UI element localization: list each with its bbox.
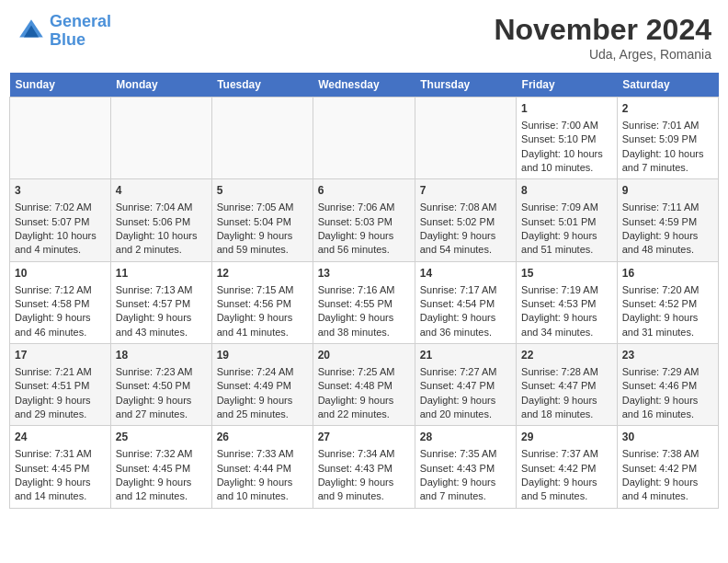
day-info: Daylight: 9 hours and 7 minutes. bbox=[420, 476, 511, 504]
logo: General Blue bbox=[17, 13, 111, 50]
calendar-cell bbox=[211, 98, 313, 179]
day-info: Sunrise: 7:38 AM bbox=[622, 447, 713, 461]
day-info: Sunset: 4:47 PM bbox=[420, 379, 511, 393]
day-info: Sunset: 4:51 PM bbox=[15, 379, 106, 393]
day-info: Sunset: 4:53 PM bbox=[521, 297, 612, 311]
day-info: Daylight: 9 hours and 5 minutes. bbox=[521, 476, 612, 504]
weekday-header: Sunday bbox=[10, 73, 111, 98]
calendar-cell: 4Sunrise: 7:04 AMSunset: 5:06 PMDaylight… bbox=[110, 179, 211, 261]
calendar-cell: 25Sunrise: 7:32 AMSunset: 4:45 PMDayligh… bbox=[110, 426, 211, 508]
calendar-cell: 6Sunrise: 7:06 AMSunset: 5:03 PMDaylight… bbox=[313, 179, 415, 261]
calendar-cell: 5Sunrise: 7:05 AMSunset: 5:04 PMDaylight… bbox=[211, 179, 313, 261]
day-info: Sunset: 4:47 PM bbox=[521, 379, 612, 393]
calendar-cell: 14Sunrise: 7:17 AMSunset: 4:54 PMDayligh… bbox=[415, 261, 516, 343]
day-info: Sunset: 4:54 PM bbox=[420, 297, 511, 311]
day-info: Sunrise: 7:33 AM bbox=[217, 447, 308, 461]
day-info: Sunset: 5:03 PM bbox=[318, 215, 410, 229]
day-info: Sunset: 4:48 PM bbox=[318, 379, 410, 393]
calendar-cell: 8Sunrise: 7:09 AMSunset: 5:01 PMDaylight… bbox=[517, 179, 618, 261]
day-info: Daylight: 9 hours and 29 minutes. bbox=[15, 394, 106, 422]
day-info: Daylight: 9 hours and 31 minutes. bbox=[622, 311, 713, 339]
day-info: Daylight: 9 hours and 4 minutes. bbox=[622, 476, 713, 504]
calendar-body: 1Sunrise: 7:00 AMSunset: 5:10 PMDaylight… bbox=[10, 98, 719, 509]
day-info: Sunrise: 7:27 AM bbox=[420, 365, 511, 379]
day-number: 23 bbox=[622, 348, 713, 363]
day-info: Daylight: 9 hours and 34 minutes. bbox=[521, 311, 612, 339]
calendar-cell: 2Sunrise: 7:01 AMSunset: 5:09 PMDaylight… bbox=[617, 98, 718, 179]
day-info: Sunrise: 7:16 AM bbox=[318, 283, 410, 297]
calendar-cell: 12Sunrise: 7:15 AMSunset: 4:56 PMDayligh… bbox=[211, 261, 313, 343]
day-info: Daylight: 9 hours and 20 minutes. bbox=[420, 394, 511, 422]
day-number: 22 bbox=[521, 348, 612, 363]
weekday-header: Friday bbox=[517, 73, 618, 98]
weekday-header: Thursday bbox=[415, 73, 516, 98]
day-number: 8 bbox=[521, 183, 612, 199]
day-number: 21 bbox=[420, 348, 511, 363]
day-info: Sunrise: 7:04 AM bbox=[116, 201, 207, 214]
calendar-cell: 30Sunrise: 7:38 AMSunset: 4:42 PMDayligh… bbox=[617, 426, 718, 508]
day-info: Sunset: 4:52 PM bbox=[622, 297, 713, 311]
month-title: November 2024 bbox=[494, 13, 711, 47]
day-info: Sunset: 5:01 PM bbox=[521, 215, 612, 229]
day-info: Sunrise: 7:34 AM bbox=[318, 447, 410, 461]
day-info: Sunrise: 7:02 AM bbox=[15, 201, 106, 214]
day-number: 24 bbox=[15, 430, 106, 445]
day-info: Sunrise: 7:20 AM bbox=[622, 283, 713, 297]
calendar-cell: 24Sunrise: 7:31 AMSunset: 4:45 PMDayligh… bbox=[10, 426, 111, 508]
day-info: Sunset: 5:04 PM bbox=[217, 215, 308, 229]
day-number: 29 bbox=[521, 430, 612, 445]
calendar-cell: 3Sunrise: 7:02 AMSunset: 5:07 PMDaylight… bbox=[10, 179, 111, 261]
day-info: Daylight: 9 hours and 38 minutes. bbox=[318, 311, 410, 339]
calendar-cell: 28Sunrise: 7:35 AMSunset: 4:43 PMDayligh… bbox=[415, 426, 516, 508]
day-info: Sunset: 4:42 PM bbox=[521, 462, 612, 476]
day-info: Sunset: 4:59 PM bbox=[622, 215, 713, 229]
day-number: 11 bbox=[116, 266, 207, 282]
day-info: Sunset: 5:10 PM bbox=[521, 132, 612, 146]
day-info: Sunrise: 7:35 AM bbox=[420, 447, 511, 461]
day-info: Sunset: 4:50 PM bbox=[116, 379, 207, 393]
day-info: Sunrise: 7:23 AM bbox=[116, 365, 207, 379]
day-info: Sunrise: 7:28 AM bbox=[521, 365, 612, 379]
day-info: Sunset: 4:46 PM bbox=[622, 379, 713, 393]
calendar-cell: 16Sunrise: 7:20 AMSunset: 4:52 PMDayligh… bbox=[617, 261, 718, 343]
day-info: Sunset: 5:02 PM bbox=[420, 215, 511, 229]
calendar-cell: 1Sunrise: 7:00 AMSunset: 5:10 PMDaylight… bbox=[517, 98, 618, 179]
day-info: Daylight: 9 hours and 10 minutes. bbox=[217, 476, 308, 504]
day-number: 20 bbox=[318, 348, 410, 363]
day-info: Daylight: 9 hours and 14 minutes. bbox=[15, 476, 106, 504]
calendar-cell: 17Sunrise: 7:21 AMSunset: 4:51 PMDayligh… bbox=[10, 344, 111, 426]
day-number: 2 bbox=[622, 101, 713, 117]
day-info: Sunrise: 7:24 AM bbox=[217, 365, 308, 379]
day-info: Sunrise: 7:19 AM bbox=[521, 283, 612, 297]
day-number: 26 bbox=[217, 430, 308, 445]
weekday-header: Wednesday bbox=[313, 73, 415, 98]
day-info: Sunset: 5:07 PM bbox=[15, 215, 106, 229]
calendar-cell: 13Sunrise: 7:16 AMSunset: 4:55 PMDayligh… bbox=[313, 261, 415, 343]
calendar-cell bbox=[415, 98, 516, 179]
day-info: Sunset: 4:56 PM bbox=[217, 297, 308, 311]
calendar-table: SundayMondayTuesdayWednesdayThursdayFrid… bbox=[9, 73, 719, 509]
calendar-cell: 22Sunrise: 7:28 AMSunset: 4:47 PMDayligh… bbox=[517, 344, 618, 426]
day-info: Sunrise: 7:17 AM bbox=[420, 283, 511, 297]
day-number: 14 bbox=[420, 266, 511, 282]
day-number: 9 bbox=[622, 183, 713, 199]
calendar-cell: 26Sunrise: 7:33 AMSunset: 4:44 PMDayligh… bbox=[211, 426, 313, 508]
day-info: Sunset: 4:43 PM bbox=[318, 462, 410, 476]
calendar-header: SundayMondayTuesdayWednesdayThursdayFrid… bbox=[10, 73, 719, 98]
day-info: Daylight: 9 hours and 16 minutes. bbox=[622, 394, 713, 422]
calendar-cell: 15Sunrise: 7:19 AMSunset: 4:53 PMDayligh… bbox=[517, 261, 618, 343]
day-info: Sunset: 4:57 PM bbox=[116, 297, 207, 311]
day-number: 6 bbox=[318, 183, 410, 199]
day-info: Daylight: 10 hours and 2 minutes. bbox=[116, 229, 207, 258]
day-info: Daylight: 9 hours and 46 minutes. bbox=[15, 311, 106, 339]
day-number: 19 bbox=[217, 348, 308, 363]
day-number: 16 bbox=[622, 266, 713, 282]
day-info: Daylight: 9 hours and 54 minutes. bbox=[420, 229, 511, 258]
day-info: Daylight: 9 hours and 25 minutes. bbox=[217, 394, 308, 422]
calendar-cell bbox=[10, 98, 111, 179]
title-block: November 2024 Uda, Arges, Romania bbox=[494, 13, 711, 62]
day-info: Daylight: 9 hours and 9 minutes. bbox=[318, 476, 410, 504]
calendar-cell: 27Sunrise: 7:34 AMSunset: 4:43 PMDayligh… bbox=[313, 426, 415, 508]
day-info: Sunset: 4:45 PM bbox=[116, 462, 207, 476]
day-number: 10 bbox=[15, 266, 106, 282]
